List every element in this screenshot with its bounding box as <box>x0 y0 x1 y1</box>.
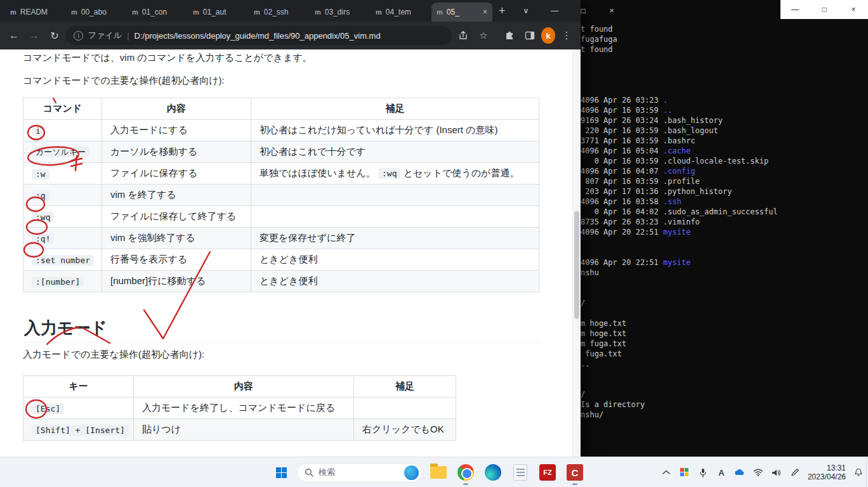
terminal-line: m hoge.txt <box>581 328 868 339</box>
microphone-icon[interactable] <box>697 467 709 478</box>
inline-code: :wq <box>378 168 400 179</box>
taskbar-notes-app[interactable] <box>509 458 532 486</box>
onedrive-cloud-icon[interactable] <box>734 467 746 478</box>
description-cell: vim を強制終了する <box>102 228 251 249</box>
back-button[interactable]: ← <box>5 27 23 44</box>
clock-time: 13:31 <box>808 464 846 472</box>
page-info-icon[interactable]: i <box>74 31 83 41</box>
markdown-file-icon: m <box>376 8 382 16</box>
taskbar-filezilla[interactable]: FZ <box>536 458 559 486</box>
browser-maximize-button[interactable]: □ <box>569 0 598 22</box>
terminal-line <box>581 237 868 247</box>
taskbar-edge[interactable] <box>482 458 504 486</box>
notification-bell-icon[interactable] <box>853 467 864 478</box>
heading-rule <box>23 342 539 343</box>
browser-window-controls: ∨ — □ × <box>512 0 626 22</box>
bookmark-star-icon[interactable]: ☆ <box>475 27 492 44</box>
scrollbar-thumb[interactable] <box>574 211 579 319</box>
table-row: :wファイルに保存する単独ではほぼ使いません。 :wq とセットで使うのが普通。 <box>23 163 539 185</box>
command-cell: カーソルキー <box>23 141 102 163</box>
browser-tab-04_tem[interactable]: m04_tem <box>371 3 431 22</box>
table-row: :q!vim を強制終了する変更を保存せずに終了 <box>23 228 539 249</box>
taskbar-chrome[interactable] <box>454 458 477 486</box>
page-scrollbar[interactable] <box>572 49 581 457</box>
browser-minimize-button[interactable]: — <box>541 0 569 22</box>
command-list-label: コマンドモードでの主要な操作(超初心者向け): <box>23 75 225 87</box>
inline-code: :[number] <box>32 276 84 287</box>
command-cell: :q! <box>23 228 102 249</box>
taskbar-search[interactable]: 検索 <box>297 463 423 483</box>
url-divider: | <box>127 31 129 41</box>
browser-close-button[interactable]: × <box>598 0 626 22</box>
tab-search-chevron-icon[interactable]: ∨ <box>512 0 541 22</box>
share-icon[interactable] <box>454 27 472 44</box>
tab-label: 00_abo <box>81 8 122 16</box>
terminal-line <box>581 308 868 318</box>
app-c-icon: C <box>567 464 583 481</box>
terminal-line: fugafuga <box>581 34 868 44</box>
forward-button[interactable]: → <box>25 27 43 44</box>
table-header-cell: 内容 <box>134 376 354 398</box>
url-bar[interactable]: i ファイル | D:/projects/lessons/deploy_guid… <box>66 26 452 45</box>
profile-avatar[interactable]: k <box>541 27 555 44</box>
terminal-line: 8735 Apr 26 03:23 .viminfo <box>581 217 868 227</box>
tab-close-icon[interactable]: × <box>483 8 487 16</box>
terminal-maximize-button[interactable]: □ <box>810 0 839 19</box>
browser-menu-icon[interactable]: ⋮ <box>558 27 575 44</box>
tab-strip: mREADMm00_abom01_conm01_autm02_sshm03_di… <box>0 0 581 22</box>
taskbar-file-explorer[interactable] <box>427 458 450 486</box>
colored-grid-icon[interactable] <box>679 467 690 478</box>
volume-icon[interactable] <box>771 467 782 478</box>
terminal-line: nshu <box>581 268 868 278</box>
inline-code: i <box>32 126 44 136</box>
side-panel-icon[interactable] <box>521 27 539 44</box>
extensions-puzzle-icon[interactable] <box>501 27 518 44</box>
taskbar-clock[interactable]: 13:31 2023/04/26 <box>808 464 846 481</box>
note-cell: ときどき便利 <box>251 271 539 292</box>
terminal-line: 4096 Apr 16 04:07 .config <box>581 166 868 176</box>
reload-button[interactable]: ↻ <box>46 27 63 44</box>
url-text: D:/projects/lessons/deploy_guide/md_file… <box>135 31 381 41</box>
browser-window: mREADMm00_abom01_conm01_autm02_sshm03_di… <box>0 0 581 457</box>
inline-code: カーソルキー <box>32 146 89 157</box>
note-cell: 初心者はこれで十分です <box>251 141 539 163</box>
tab-label: 03_dirs <box>325 8 365 16</box>
terminal-line: 0 Apr 16 03:59 .cloud-locale-test.skip <box>581 156 868 166</box>
ime-indicator[interactable]: A <box>716 467 727 478</box>
browser-tab-00_abo[interactable]: m00_abo <box>66 3 127 22</box>
tab-label: 02_ssh <box>264 8 305 16</box>
wifi-icon[interactable] <box>753 467 764 478</box>
description-cell: vim を終了する <box>102 185 251 206</box>
inline-code: :set number <box>32 255 94 266</box>
tab-strip-tabs: mREADMm00_abom01_conm01_autm02_sshm03_di… <box>5 3 492 22</box>
terminal-close-button[interactable]: × <box>839 0 868 19</box>
browser-tab-03_dirs[interactable]: m03_dirs <box>310 3 371 22</box>
terminal-minimize-button[interactable]: — <box>780 0 810 19</box>
new-tab-button[interactable]: + <box>492 4 512 18</box>
browser-tab-READM[interactable]: mREADM <box>5 3 66 22</box>
hidden-icons-chevron[interactable] <box>661 467 672 478</box>
browser-toolbar: ← → ↻ i ファイル | D:/projects/lessons/deplo… <box>0 22 581 49</box>
description-cell: 入力モードにする <box>102 120 251 141</box>
description-cell: [number]行に移動する <box>102 271 251 292</box>
table-header-cell: コマンド <box>23 98 102 120</box>
browser-tab-05_[interactable]: m05_× <box>431 3 492 22</box>
terminal-line <box>581 247 868 257</box>
pen-icon[interactable] <box>789 467 801 478</box>
terminal-output: t foundfugafugat found 4096 Apr 26 03:23… <box>581 24 868 420</box>
command-cell: i <box>23 120 102 141</box>
browser-tab-02_ssh[interactable]: m02_ssh <box>249 3 310 22</box>
taskbar-app-c[interactable]: C <box>563 458 586 486</box>
browser-tab-01_aut[interactable]: m01_aut <box>188 3 249 22</box>
taskbar-center-group: 検索 FZ C <box>270 457 586 487</box>
table-row: [Shift] + [Insert]貼りつけ右クリックでもOK <box>23 419 456 441</box>
intro-paragraph: コマンドモードでは、vim のコマンドを入力することができます。 <box>23 52 312 64</box>
terminal-line: / <box>581 298 868 308</box>
command-cell: :set number <box>23 249 102 271</box>
terminal-line: 4096 Apr 16 03:59 .. <box>581 105 868 115</box>
terminal-line <box>581 369 868 379</box>
browser-tab-01_con[interactable]: m01_con <box>127 3 188 22</box>
start-button[interactable] <box>270 458 293 486</box>
terminal-line: 4096 Apr 20 22:51 mysite <box>581 227 868 237</box>
terminal-line <box>581 379 868 389</box>
